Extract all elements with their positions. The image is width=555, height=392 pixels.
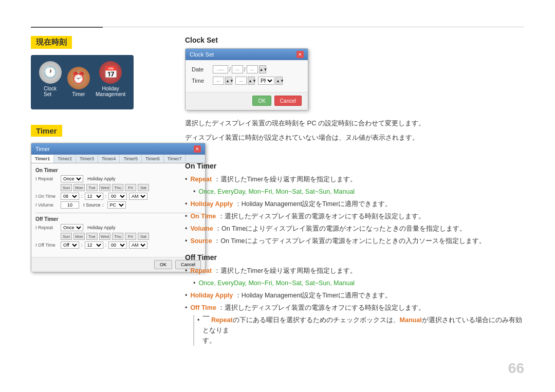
day-wed-on: Wed xyxy=(99,184,110,191)
day-row-on: Sun Mon Tue Wed Thu Fri Sat xyxy=(35,184,201,191)
clock-set-titlebar: Clock Set ✕ xyxy=(186,49,308,60)
highlight-volume: Volume xyxy=(190,225,213,232)
clock-set-dialog: Clock Set ✕ Date / / ▲▼ xyxy=(185,48,308,110)
clock-menu-image: 🕐 ClockSet ⏰ Timer 📅 HolidayManagement xyxy=(31,55,134,109)
clock-circle-icon: 🕐 xyxy=(39,61,62,84)
timer-body: On Timer I Repeat Once Holiday Apply Sun xyxy=(31,163,205,257)
ontime-min[interactable]: 12 xyxy=(85,193,103,200)
day-mon-off: Mon xyxy=(73,233,85,240)
date-input-group: / / ▲▼ xyxy=(213,65,266,73)
day-fri-off: Fri xyxy=(125,233,136,240)
time-ampm[interactable]: PMAM xyxy=(258,77,274,85)
highlight-offtime: Off Time xyxy=(190,304,216,311)
bullet-holiday-off: Holiday Apply ：Holiday Management設定をTime… xyxy=(185,290,524,301)
timer-tab-5[interactable]: Timer5 xyxy=(120,155,142,163)
time-label: Time xyxy=(192,78,210,84)
date-row: Date / / ▲▼ xyxy=(192,65,302,73)
day-fri-on: Fri xyxy=(125,184,136,191)
timer-tab-7[interactable]: Timer7 xyxy=(164,155,186,163)
highlight-holiday-on: Holiday Apply xyxy=(190,200,233,208)
repeat-label-off: I Repeat xyxy=(35,225,59,230)
day-boxes-off: Sun Mon Tue Wed Thu Fri Sat xyxy=(61,233,149,240)
timer-ok-button[interactable]: OK xyxy=(154,260,172,269)
date-day[interactable] xyxy=(247,65,258,73)
day-sat-on: Sat xyxy=(138,184,149,191)
date-stepper[interactable]: ▲▼ xyxy=(259,65,266,73)
highlight-ontime: On Time xyxy=(190,213,216,220)
clock-set-heading: Clock Set xyxy=(185,36,524,44)
off-timer-label: Off Timer xyxy=(35,216,201,222)
bullet-repeat-values: Once, EveryDay, Mon~Fri, Mon~Sat, Sat~Su… xyxy=(185,186,524,197)
timer-tab-1[interactable]: Timer1 xyxy=(31,155,54,163)
ontime-sec[interactable]: 00 xyxy=(108,193,127,200)
holiday-apply-label-off: Holiday Apply xyxy=(87,225,116,230)
time-min-stepper[interactable]: ▲▼ xyxy=(248,77,255,85)
clock-desc2: ディスプレイ装置に時刻が設定されていない場合は、ヌル値が表示されます。 xyxy=(185,132,524,143)
day-tue-off: Tue xyxy=(86,233,98,240)
time-hour[interactable] xyxy=(213,77,224,85)
bullet-repeat-off: Repeat ：選択したTimerを繰り返す周期を指定します。 xyxy=(185,266,524,276)
clock-set-ok-button[interactable]: OK xyxy=(252,96,271,106)
clock-set-footer: OK Cancel xyxy=(186,92,308,110)
off-timer-section: Off Timer Repeat ：選択したTimerを繰り返す周期を指定します… xyxy=(185,253,524,346)
offtime-sec[interactable]: 00 xyxy=(108,241,127,249)
on-timer-subsection: On Timer I Repeat Once Holiday Apply Sun xyxy=(35,167,201,209)
day-thu-off: Thu xyxy=(112,233,123,240)
section-spacer xyxy=(185,146,524,162)
section-title-timer: Timer xyxy=(31,125,62,137)
day-mon-on: Mon xyxy=(73,184,85,191)
time-ampm-stepper[interactable]: ▲▼ xyxy=(275,77,283,85)
clock-label: ClockSet xyxy=(44,86,57,97)
timer-tab-2[interactable]: Timer2 xyxy=(54,155,76,163)
on-timer-label: On Timer xyxy=(35,167,201,173)
timer-dialog-footer: OK Cancel xyxy=(31,257,205,272)
ontime-label: I On Time xyxy=(35,194,59,199)
day-wed-off: Wed xyxy=(99,233,110,240)
clock-set-cancel-button[interactable]: Cancel xyxy=(274,96,302,106)
source-select[interactable]: PC xyxy=(107,201,126,209)
holiday-circle-icon: 📅 xyxy=(99,61,122,84)
clock-set-close-button[interactable]: ✕ xyxy=(297,51,304,58)
date-year[interactable] xyxy=(213,65,228,73)
clock-icon-item-holiday: 📅 HolidayManagement xyxy=(96,61,125,97)
ontime-row: I On Time 08 : 12 : 00 AM xyxy=(35,193,201,200)
ontime-ampm[interactable]: AM xyxy=(129,193,147,200)
timer-tab-4[interactable]: Timer4 xyxy=(98,155,120,163)
clock-icon-item-clock: 🕐 ClockSet xyxy=(39,61,62,97)
repeat-row-off: I Repeat Once Holiday Apply xyxy=(35,224,201,231)
on-timer-heading: On Timer xyxy=(185,162,524,170)
bullet-offtime: Off Time ：選択したディスプレイ装置の電源をオフにする時刻を設定します。 xyxy=(185,303,524,313)
date-month[interactable] xyxy=(232,65,243,73)
timer-tab-3[interactable]: Timer3 xyxy=(76,155,98,163)
volume-input[interactable] xyxy=(61,201,79,209)
on-timer-bullets: Repeat ：選択したTimerを繰り返す周期を指定します。 Once, Ev… xyxy=(185,174,524,246)
day-boxes-on: Sun Mon Tue Wed Thu Fri Sat xyxy=(61,184,149,191)
offtime-ampm[interactable]: AM xyxy=(129,241,147,249)
time-min[interactable] xyxy=(235,77,247,85)
time-hour-stepper[interactable]: ▲▼ xyxy=(225,77,232,85)
bullet-repeat-on: Repeat ：選択したTimerを繰り返す周期を指定します。 xyxy=(185,174,524,184)
holiday-label: HolidayManagement xyxy=(96,86,125,97)
timer-section-left: Timer Timer ✕ Timer1 Timer2 Timer3 Timer… xyxy=(31,125,164,272)
ontime-hour[interactable]: 08 xyxy=(61,193,79,200)
day-sun-on: Sun xyxy=(61,184,72,191)
repeat-select-off[interactable]: Once xyxy=(61,224,83,231)
timer-dialog: Timer ✕ Timer1 Timer2 Timer3 Timer4 Time… xyxy=(31,143,206,272)
offtime-hour[interactable]: Off xyxy=(61,241,79,249)
clock-icon-item-timer: ⏰ Timer xyxy=(67,67,90,97)
bullet-source: Source ：On Timeによってディスプレイ装置の電源をオンにしたときの入… xyxy=(185,236,524,246)
volume-row: I Volume I Source： PC xyxy=(35,201,201,209)
on-timer-section: On Timer Repeat ：選択したTimerを繰り返す周期を指定します。… xyxy=(185,162,524,246)
clock-set-section: Clock Set Clock Set ✕ Date / xyxy=(185,36,524,143)
repeat-row-on: I Repeat Once Holiday Apply xyxy=(35,175,201,182)
timer-dialog-titlebar: Timer ✕ xyxy=(31,143,205,155)
repeat-select-on[interactable]: Once xyxy=(61,175,83,182)
off-timer-heading: Off Timer xyxy=(185,253,524,262)
timer-tab-6[interactable]: Timer6 xyxy=(142,155,164,163)
timer-label: Timer xyxy=(72,91,85,97)
highlight-repeat-off: Repeat xyxy=(190,267,212,274)
offtime-min[interactable]: 12 xyxy=(85,241,103,249)
volume-label: I Volume xyxy=(35,202,59,208)
bullet-repeat-values-off: Once, EveryDay, Mon~Fri, Mon~Sat, Sat~Su… xyxy=(185,278,524,288)
offtime-row: I Off Time Off : 12 : 00 AM xyxy=(35,241,201,249)
